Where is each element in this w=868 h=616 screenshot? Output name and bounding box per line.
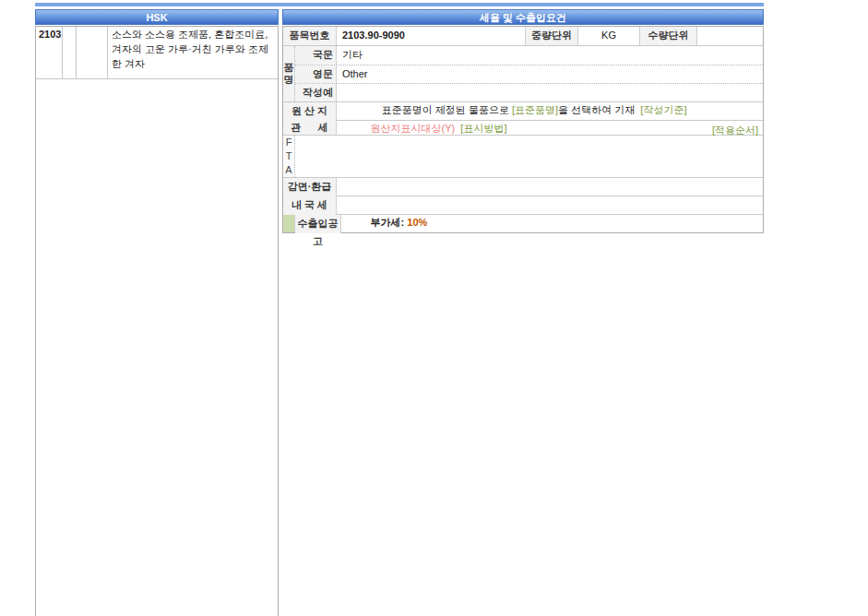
origin-label: 원 산 지	[283, 102, 337, 121]
hsk-tree-container: 2103소스와 소스용 조제품, 혼합조미료, 겨자의 고운 가루·거친 가루와…	[35, 26, 279, 616]
item-number-value: 2103.90-9090	[337, 27, 526, 45]
hsk-tree: 2103소스와 소스용 조제품, 혼합조미료, 겨자의 고운 가루·거친 가루와…	[36, 27, 278, 79]
fta-column-label: F T A	[283, 136, 295, 177]
product-name-section: 품 명 국문 기타 영문 Other 작성예시 표준품명이	[283, 45, 763, 101]
product-name-char-1: 품	[284, 62, 294, 74]
name-example-value: 표준품명이 제정된 물품으로 [표준품명]을 선택하여 기재 [작성기준]	[337, 84, 763, 101]
domestic-tax-row: 내 국 세 부가세: 10%	[283, 195, 763, 214]
quantity-unit-label: 수량단위	[640, 27, 697, 45]
name-korean-row: 국문 기타	[295, 46, 763, 65]
reduction-label: 감면·환급	[283, 178, 337, 196]
export-import-notice-value	[341, 215, 763, 233]
fta-letter-f: F	[286, 136, 292, 149]
name-english-value: Other	[337, 65, 763, 83]
origin-row: 원 산 지 원산지표시대상(Y) [표시방법]	[283, 101, 763, 120]
fta-letter-t: T	[286, 149, 292, 163]
name-english-label: 영문	[295, 65, 337, 83]
duty-label: 관 세	[283, 121, 337, 135]
fta-letter-a: A	[285, 163, 291, 177]
tariff-table: 품목번호 2103.90-9090 중량단위 KG 수량단위 품 명 국문 기타	[282, 26, 764, 233]
application-order-link[interactable]: [적용순서]	[712, 124, 758, 137]
hsk-row-mid	[63, 27, 77, 71]
tariff-lookup-page: HSK 2103소스와 소스용 조제품, 혼합조미료, 겨자의 고운 가루·거친…	[0, 0, 868, 616]
hsk-panel: HSK 2103소스와 소스용 조제품, 혼합조미료, 겨자의 고운 가루·거친…	[35, 9, 279, 616]
name-example-row: 작성예시 표준품명이 제정된 물품으로 [표준품명]을 선택하여 기재 [작성기…	[295, 83, 763, 101]
domestic-tax-value: 부가세: 10%	[337, 196, 763, 215]
item-number-label: 품목번호	[283, 27, 337, 45]
hsk-row-desc[interactable]: 소스와 소스용 조제품, 혼합조미료, 겨자의 고운 가루·거친 가루와 조제한…	[108, 27, 278, 71]
hsk-row-num	[77, 27, 108, 71]
hsk-row-code	[36, 71, 63, 78]
origin-value: 원산지표시대상(Y) [표시방법]	[337, 102, 763, 121]
tariff-panel-title: 세율 및 수출입요건	[282, 9, 764, 25]
hsk-row-code: 2103	[36, 27, 63, 71]
export-import-notice-row: 수출입공고	[283, 214, 763, 232]
product-name-char-2: 명	[284, 74, 294, 86]
top-accent-bar	[35, 3, 764, 6]
item-number-row: 품목번호 2103.90-9090 중량단위 KG 수량단위	[283, 27, 763, 45]
tariff-panel: 세율 및 수출입요건 품목번호 2103.90-9090 중량단위 KG 수량단…	[282, 9, 764, 233]
reduction-value	[337, 178, 763, 196]
weight-unit-label: 중량단위	[526, 27, 578, 45]
product-name-group-label: 품 명	[283, 46, 295, 101]
name-korean-label: 국문	[295, 46, 337, 65]
hsk-row-mid	[63, 71, 77, 78]
name-korean-value: 기타	[337, 46, 763, 65]
weight-unit-value: KG	[578, 27, 640, 45]
name-english-row: 영문 Other	[295, 65, 763, 83]
fta-section: F T A	[283, 135, 763, 177]
duty-row: 관 세 [적용순서]	[283, 120, 763, 135]
duty-rates: [적용순서]	[337, 121, 763, 135]
quantity-unit-value	[697, 27, 763, 45]
name-example-label: 작성예시	[295, 84, 337, 101]
fta-groups	[295, 136, 763, 177]
hsk-row-num	[77, 71, 108, 78]
notice-status-cell	[283, 215, 295, 232]
domestic-tax-label: 내 국 세	[283, 196, 337, 215]
hsk-panel-title: HSK	[35, 9, 279, 25]
export-import-notice-label: 수출입공고	[295, 215, 341, 233]
reduction-row: 감면·환급	[283, 177, 763, 195]
